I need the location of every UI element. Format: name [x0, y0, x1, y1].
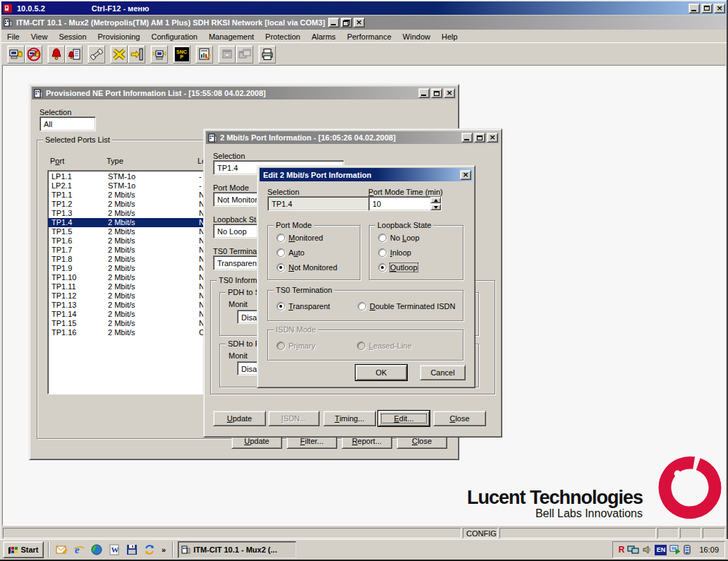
- minimize-icon[interactable]: [688, 4, 700, 13]
- report-button[interactable]: [195, 45, 213, 64]
- tray-clock[interactable]: 16:09: [699, 545, 719, 554]
- close-button[interactable]: Close: [433, 411, 486, 426]
- task-button-itm-cit[interactable]: ITM-CIT 10.1 - Mux2 (...: [178, 541, 296, 558]
- port-mode-time-spinner[interactable]: [430, 197, 441, 210]
- tray-battery-icon[interactable]: [684, 545, 691, 555]
- login-ne-button[interactable]: [128, 45, 145, 64]
- status-cell-message: [499, 528, 656, 538]
- minimize-icon[interactable]: [418, 88, 430, 98]
- isdn-group-label: ISDN Mode: [274, 325, 318, 334]
- quicklaunch-explorer-button[interactable]: [89, 543, 104, 557]
- selection-filter-field[interactable]: All: [40, 116, 96, 131]
- window-b-title-bar[interactable]: 2 Mbit/s Port Information - [16:05:26 04…: [206, 131, 499, 144]
- tray-display-icon[interactable]: [669, 545, 681, 555]
- alarm-bell-icon: [49, 47, 63, 61]
- menu-item[interactable]: View: [25, 32, 54, 42]
- maximize-icon[interactable]: [474, 133, 485, 143]
- ts0-termination-group: TS0 Termination Transparent Double Termi…: [267, 290, 463, 321]
- radio-monitored[interactable]: Monitored: [277, 234, 323, 242]
- close-icon[interactable]: ×: [714, 4, 725, 13]
- quicklaunch-word-button[interactable]: W: [107, 543, 121, 557]
- alarms-button[interactable]: [47, 45, 65, 64]
- quicklaunch-ie-button[interactable]: e: [71, 543, 86, 557]
- quicklaunch-mail-button[interactable]: [54, 543, 68, 557]
- menu-item[interactable]: Session: [53, 32, 92, 42]
- window-a-title-bar[interactable]: Provisioned NE Port Information List - […: [32, 87, 456, 99]
- update-button[interactable]: Update: [213, 411, 266, 426]
- internet-explorer-icon: e: [73, 543, 85, 556]
- column-header-type[interactable]: Type: [107, 157, 123, 165]
- tray-language-indicator[interactable]: EN: [655, 545, 667, 555]
- radio-not-monitored[interactable]: Not Monitored: [277, 263, 337, 272]
- edit-button[interactable]: Edit...: [378, 411, 430, 426]
- status-bar: CONFIG: [1, 526, 727, 539]
- menu-item[interactable]: Performance: [341, 32, 397, 42]
- isdn-mode-group: ISDN Mode Primary Leased-Line: [267, 330, 463, 361]
- cancel-button[interactable]: Cancel: [420, 365, 466, 380]
- radio-double-terminated-isdn[interactable]: Double Terminated ISDN: [358, 302, 455, 310]
- close-icon[interactable]: ×: [460, 170, 471, 180]
- floppy-disk-icon: [126, 543, 138, 556]
- menu-item[interactable]: Management: [203, 32, 260, 42]
- tray-volume-icon[interactable]: [642, 545, 652, 555]
- maximize-icon[interactable]: [701, 4, 712, 13]
- isdn-button[interactable]: ISDN...: [268, 411, 320, 426]
- menu-item[interactable]: Configuration: [145, 32, 202, 42]
- minimize-icon[interactable]: [328, 18, 339, 28]
- spinner-up-icon[interactable]: [430, 197, 441, 203]
- mail-icon: [55, 543, 68, 556]
- sncp-button[interactable]: SNCP: [173, 45, 190, 64]
- close-icon[interactable]: ×: [353, 18, 365, 28]
- task-button-label: ITM-CIT 10.1 - Mux2 (...: [193, 545, 277, 554]
- connect-icon: [9, 47, 23, 61]
- close-icon[interactable]: ×: [487, 133, 498, 143]
- menu-item[interactable]: File: [1, 32, 25, 42]
- tray-network-icon[interactable]: [627, 545, 639, 555]
- timing-button[interactable]: Timing...: [323, 411, 376, 426]
- restore-icon[interactable]: [341, 18, 352, 28]
- window-tool-button-2[interactable]: [236, 45, 253, 64]
- radio-auto[interactable]: Auto: [277, 248, 305, 257]
- radio-primary: Primary: [277, 342, 315, 350]
- dialog-title-bar[interactable]: Edit 2 Mbit/s Port Information ×: [260, 168, 473, 181]
- ok-button[interactable]: OK: [356, 365, 407, 380]
- cross-connect-button[interactable]: [110, 45, 128, 64]
- quicklaunch-sync-button[interactable]: [142, 543, 157, 557]
- menu-item[interactable]: Alarms: [306, 32, 341, 42]
- connect-button[interactable]: [7, 45, 25, 64]
- print-button[interactable]: [258, 45, 276, 64]
- menu-item[interactable]: Help: [436, 32, 463, 42]
- alarm-log-button[interactable]: [65, 45, 83, 64]
- radio-circle: [378, 234, 387, 242]
- disconnect-button[interactable]: [25, 45, 42, 64]
- maximize-icon[interactable]: [431, 88, 442, 98]
- ne-transfer-button[interactable]: [150, 45, 168, 64]
- menu-item[interactable]: Window: [397, 32, 436, 42]
- monitoring-label: Monit: [229, 300, 248, 308]
- remote-desktop-screen: 10.0.5.2 Ctrl-F12 - меню × ITM-CIT 10.1 …: [0, 0, 728, 561]
- status-mode-badge: CONFIG: [463, 528, 498, 538]
- window-tool-button-1[interactable]: [218, 45, 236, 64]
- menu-item[interactable]: Protection: [260, 32, 306, 42]
- radio-circle: [358, 302, 366, 310]
- close-icon[interactable]: ×: [444, 88, 455, 98]
- quicklaunch-disk-button[interactable]: [124, 543, 139, 557]
- lucent-logo-text: Lucent Technologies Bell Labs Innovation…: [451, 488, 643, 520]
- phone-button[interactable]: [87, 45, 105, 64]
- radio-no-loop[interactable]: No Loop: [378, 234, 420, 242]
- radio-circle: [277, 263, 285, 272]
- column-header-port[interactable]: Port: [50, 157, 64, 165]
- radio-outloop[interactable]: Outloop: [378, 263, 418, 272]
- menu-item[interactable]: Provisioning: [92, 32, 146, 42]
- spinner-down-icon[interactable]: [430, 204, 441, 210]
- radio-transparent[interactable]: Transparent: [277, 302, 330, 310]
- ts0-information-group-label: TS0 Inform: [217, 276, 259, 284]
- start-button[interactable]: Start: [3, 541, 44, 558]
- app-title-bar: ITM-CIT 10.1 - Mux2 (Metropolis(TM) AM 1…: [1, 16, 727, 30]
- minimize-icon[interactable]: [461, 133, 473, 143]
- radio-inloop[interactable]: Inloop: [378, 248, 411, 257]
- quicklaunch-chevron[interactable]: »: [159, 545, 168, 554]
- ne-transfer-icon: [152, 47, 166, 61]
- port-mode-time-label: Port Mode Time (min): [368, 188, 443, 196]
- tray-r-icon[interactable]: R: [619, 545, 625, 555]
